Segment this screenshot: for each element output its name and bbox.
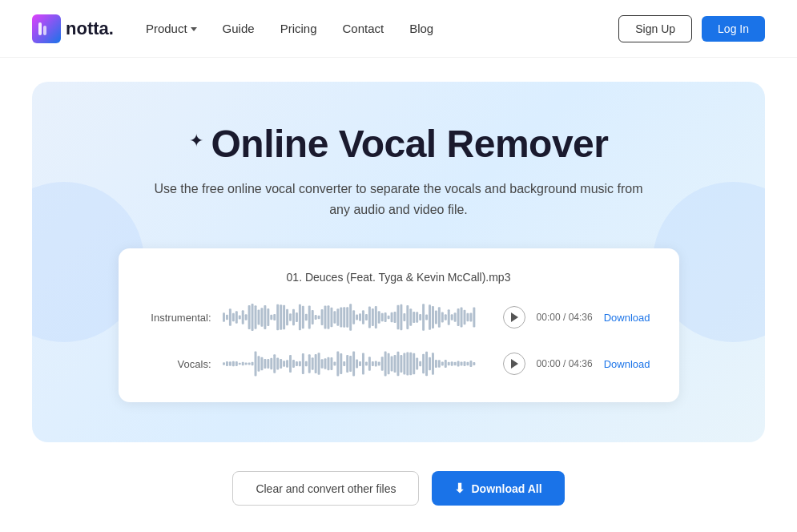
svg-rect-27 [298, 304, 300, 330]
svg-rect-78 [460, 308, 462, 328]
svg-rect-137 [393, 355, 396, 373]
nav-guide-label: Guide [223, 22, 255, 35]
svg-rect-39 [336, 308, 339, 326]
svg-rect-114 [320, 359, 323, 369]
svg-rect-75 [450, 314, 453, 320]
svg-rect-65 [419, 314, 421, 320]
svg-rect-23 [286, 309, 288, 326]
svg-rect-157 [457, 361, 459, 367]
svg-rect-91 [248, 363, 250, 365]
svg-rect-45 [356, 315, 358, 320]
svg-rect-128 [364, 362, 367, 366]
svg-rect-62 [409, 308, 412, 325]
header-actions: Sign Up Log In [618, 15, 765, 42]
play-icon [511, 312, 518, 322]
svg-rect-1 [38, 22, 42, 35]
nav-item-pricing[interactable]: Pricing [280, 22, 317, 35]
svg-rect-11 [248, 305, 250, 329]
nav-item-product[interactable]: Product [146, 22, 197, 35]
svg-rect-16 [264, 305, 266, 329]
svg-rect-60 [403, 313, 405, 321]
svg-rect-38 [333, 311, 336, 323]
svg-rect-136 [390, 357, 392, 372]
svg-rect-119 [336, 352, 339, 377]
svg-rect-99 [273, 355, 276, 373]
nav-item-guide[interactable]: Guide [223, 22, 255, 35]
nav-pricing-label: Pricing [280, 22, 317, 35]
vocals-download-link[interactable]: Download [604, 358, 650, 370]
svg-rect-162 [473, 362, 475, 365]
svg-rect-18 [270, 315, 272, 320]
download-all-icon: ⬇ [454, 481, 465, 496]
svg-rect-6 [231, 313, 234, 322]
svg-rect-88 [238, 363, 240, 365]
svg-rect-113 [317, 353, 320, 375]
svg-rect-116 [327, 357, 329, 371]
hero-title: Online Vocal Remover [211, 122, 609, 166]
svg-rect-73 [444, 314, 446, 320]
svg-rect-47 [361, 310, 364, 324]
vocals-waveform [223, 348, 492, 380]
svg-rect-138 [396, 352, 399, 376]
svg-rect-129 [368, 357, 370, 371]
svg-rect-108 [301, 353, 304, 374]
header: notta. Product Guide Pricing Contact Blo… [0, 0, 797, 58]
svg-rect-84 [225, 361, 227, 366]
svg-rect-156 [453, 362, 456, 366]
vocals-play-button[interactable] [503, 353, 525, 375]
svg-rect-87 [235, 361, 237, 366]
svg-rect-160 [466, 362, 469, 366]
svg-rect-64 [416, 312, 418, 322]
login-button[interactable]: Log In [702, 16, 765, 42]
svg-rect-141 [406, 353, 409, 376]
svg-rect-22 [283, 305, 285, 330]
svg-rect-144 [416, 358, 418, 370]
download-all-button[interactable]: ⬇ Download All [432, 471, 564, 506]
instrumental-waveform-svg [223, 301, 492, 333]
svg-rect-74 [447, 310, 449, 325]
svg-rect-72 [441, 312, 443, 323]
hero-title-row: ✦ Online Vocal Remover [64, 122, 733, 166]
clear-button[interactable]: Clear and convert other files [232, 471, 419, 506]
svg-rect-150 [434, 360, 437, 368]
instrumental-download-link[interactable]: Download [604, 312, 650, 324]
svg-rect-55 [387, 316, 389, 320]
svg-rect-44 [352, 310, 355, 324]
svg-rect-110 [308, 354, 310, 373]
svg-rect-130 [371, 361, 373, 366]
svg-rect-46 [359, 313, 361, 321]
svg-rect-124 [352, 352, 355, 377]
signup-button[interactable]: Sign Up [618, 15, 692, 42]
svg-rect-37 [330, 308, 332, 327]
svg-rect-117 [330, 357, 332, 370]
hero-section: ✦ Online Vocal Remover Use the free onli… [32, 82, 765, 442]
svg-rect-67 [425, 315, 428, 320]
svg-rect-153 [444, 360, 446, 368]
svg-rect-20 [276, 304, 279, 331]
svg-rect-89 [241, 362, 244, 365]
nav-item-blog[interactable]: Blog [409, 22, 433, 35]
svg-rect-26 [295, 312, 297, 322]
svg-rect-30 [308, 306, 310, 329]
main-nav: Product Guide Pricing Contact Blog [146, 22, 618, 35]
logo[interactable]: notta. [32, 14, 114, 43]
svg-rect-66 [422, 304, 425, 330]
svg-rect-33 [317, 316, 320, 320]
logo-text: notta. [66, 18, 114, 39]
svg-rect-48 [364, 314, 367, 320]
svg-rect-76 [453, 313, 456, 322]
instrumental-play-button[interactable] [503, 306, 525, 328]
svg-rect-106 [295, 361, 297, 366]
svg-rect-159 [463, 361, 465, 366]
svg-rect-63 [413, 312, 415, 323]
play-icon [511, 359, 518, 369]
vocals-label: Vocals: [147, 358, 211, 370]
nav-item-contact[interactable]: Contact [342, 22, 384, 35]
svg-rect-42 [346, 307, 348, 328]
svg-rect-12 [251, 304, 253, 331]
svg-rect-103 [286, 360, 288, 368]
svg-rect-70 [434, 311, 437, 324]
svg-rect-154 [447, 362, 449, 366]
svg-rect-115 [324, 358, 326, 369]
svg-rect-127 [361, 353, 364, 375]
